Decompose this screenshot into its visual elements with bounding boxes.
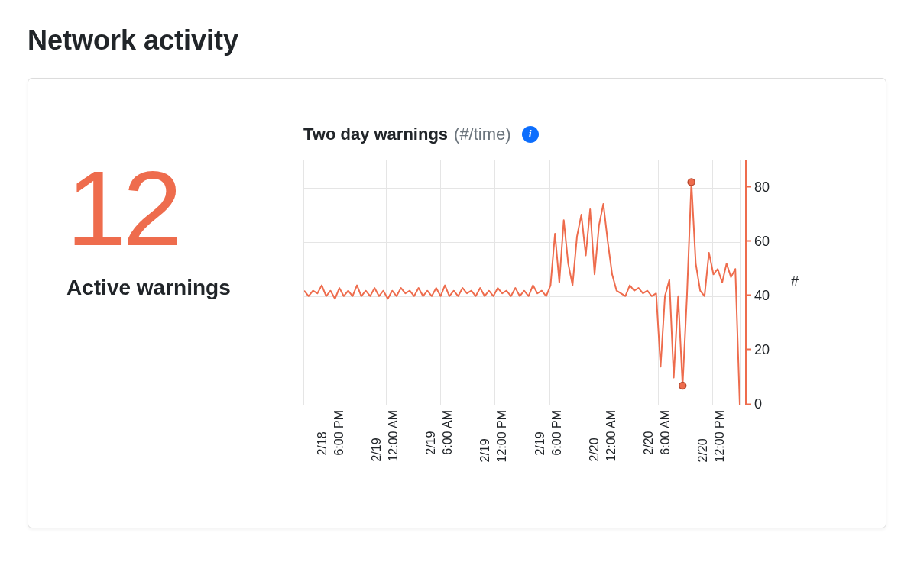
chart-plot-area: 020406080#2/186:00 PM2/1912:00 AM2/196:0… — [303, 160, 806, 497]
chart-y-tick-label: 20 — [754, 341, 770, 357]
network-activity-card: 12 Active warnings Two day warnings (#/t… — [28, 78, 886, 528]
chart-subtitle: (#/time) — [454, 124, 511, 144]
chart-x-tick-label: 2/18 — [316, 410, 329, 456]
chart-y-tick-label: 40 — [754, 287, 770, 303]
chart-x-tick-label: 12:00 AM — [387, 410, 400, 462]
chart-plot-box — [303, 160, 741, 405]
chart-y-axis-label: # — [791, 274, 799, 290]
kpi-label: Active warnings — [66, 276, 258, 300]
chart-data-point[interactable] — [679, 383, 686, 389]
chart-y-tick-label: 0 — [754, 396, 762, 412]
chart-y-tick-label: 60 — [754, 233, 770, 249]
info-icon[interactable]: i — [522, 126, 539, 143]
chart-x-tick-label: 12:00 PM — [713, 410, 727, 462]
chart-x-tick-label: 6:00 PM — [550, 410, 564, 456]
chart-x-tick-label: 2/19 — [478, 410, 492, 462]
chart-x-tick-label: 2/19 — [370, 410, 384, 462]
chart-title-text: Two day warnings — [303, 124, 448, 144]
chart-y-tick-label: 80 — [754, 179, 770, 195]
chart-x-tick-label: 6:00 PM — [332, 410, 346, 456]
page-title: Network activity — [28, 24, 886, 57]
chart-x-tick-label: 2/19 — [424, 410, 438, 455]
chart-x-tick-label: 6:00 AM — [659, 410, 673, 455]
kpi-active-warnings: 12 Active warnings — [66, 124, 258, 497]
two-day-warnings-chart: Two day warnings (#/time) i 020406080#2/… — [303, 124, 840, 497]
chart-x-tick-label: 2/20 — [696, 410, 710, 462]
chart-x-tick-label: 6:00 AM — [441, 410, 455, 455]
chart-x-tick-label: 12:00 AM — [604, 410, 618, 462]
chart-x-tick-label: 2/20 — [588, 410, 601, 462]
chart-x-tick-label: 2/20 — [642, 410, 656, 455]
chart-data-point[interactable] — [688, 179, 695, 186]
chart-x-tick-label: 2/19 — [533, 410, 547, 456]
chart-title-row: Two day warnings (#/time) i — [303, 124, 840, 144]
chart-x-tick-label: 12:00 PM — [495, 410, 509, 462]
kpi-value: 12 — [66, 155, 258, 262]
